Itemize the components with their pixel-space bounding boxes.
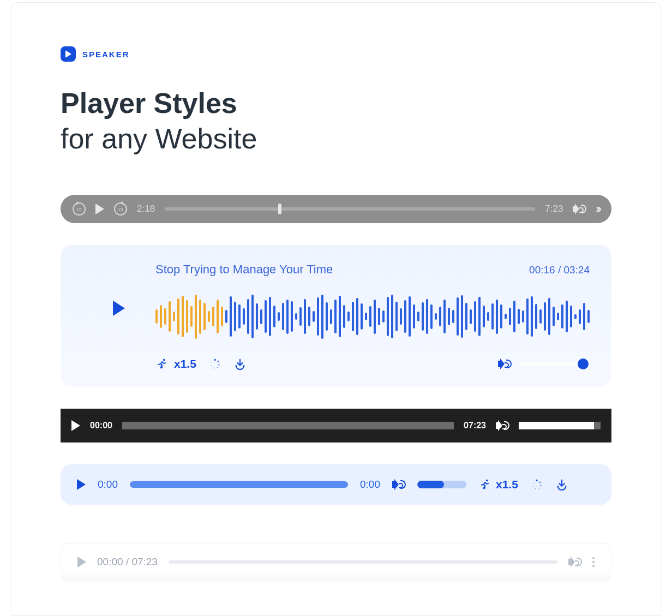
playback-speed[interactable]: x1.5: [478, 478, 518, 491]
volume-slider[interactable]: [519, 422, 601, 429]
waveform-bar: [230, 296, 232, 337]
skip-forward-icon[interactable]: ››: [596, 202, 599, 216]
running-icon: [155, 357, 169, 370]
svg-point-15: [532, 482, 533, 483]
svg-point-12: [538, 488, 539, 489]
waveform-bar: [361, 303, 363, 330]
waveform-bar: [282, 303, 284, 330]
more-menu-icon[interactable]: [592, 557, 595, 567]
svg-point-3: [218, 364, 219, 366]
waveform-bar: [439, 307, 441, 326]
volume-slider[interactable]: [417, 481, 466, 488]
progress-track[interactable]: [165, 207, 535, 211]
waveform-bar: [566, 301, 568, 332]
heading-line-1: Player Styles: [61, 87, 237, 119]
waveform-bar: [417, 312, 419, 321]
waveform-bar: [369, 306, 371, 327]
volume-slider[interactable]: [519, 362, 590, 366]
waveform-bar: [505, 314, 507, 320]
play-button[interactable]: [113, 301, 125, 316]
waveform-bar: [535, 304, 537, 330]
waveform-bar: [382, 310, 385, 322]
waveform-bar: [304, 299, 306, 334]
volume-icon[interactable]: [498, 358, 511, 369]
waveform-bar: [352, 302, 354, 331]
svg-point-11: [540, 485, 541, 486]
volume-icon[interactable]: [392, 479, 405, 490]
waveform-bar: [457, 297, 459, 336]
waveform-bar: [513, 301, 515, 332]
waveform-bar: [160, 305, 162, 327]
waveform-bar: [583, 303, 585, 330]
download-icon[interactable]: [233, 357, 247, 370]
waveform-bar: [321, 295, 323, 339]
waveform-bar: [269, 297, 271, 336]
waveform-bar: [256, 303, 258, 330]
waveform-bar: [443, 300, 446, 333]
play-button[interactable]: [95, 204, 104, 214]
progress-knob[interactable]: [278, 204, 281, 214]
waveform-bar: [155, 309, 158, 323]
playback-speed[interactable]: x1.5: [155, 357, 196, 370]
waveform-bar: [544, 302, 546, 331]
progress-track[interactable]: [130, 481, 348, 488]
waveform-bar: [404, 300, 406, 332]
waveform-bar: [286, 300, 289, 334]
progress-track[interactable]: [169, 560, 557, 564]
waveform-bar: [221, 307, 223, 326]
waveform-bar: [509, 308, 511, 325]
svg-point-2: [217, 361, 219, 363]
waveform-bar: [557, 313, 559, 320]
waveform-bar: [452, 310, 454, 322]
volume-icon[interactable]: [568, 557, 581, 567]
waveform-bar: [164, 308, 166, 325]
volume-icon[interactable]: [573, 204, 586, 214]
rewind-15-icon[interactable]: 15: [73, 202, 86, 216]
waveform-bar: [247, 299, 249, 334]
waveform-bar: [339, 296, 341, 337]
player-light-blue-pill: 0:00 0:00 x1.5: [61, 464, 611, 505]
waveform-bar: [400, 308, 402, 325]
play-button[interactable]: [71, 420, 80, 431]
waveform-bar: [391, 295, 393, 338]
forward-15-icon[interactable]: 15: [114, 202, 127, 216]
waveform-bar: [561, 304, 563, 328]
waveform-bar: [347, 312, 350, 321]
waveform-bar: [308, 307, 310, 326]
waveform-bar: [435, 313, 437, 320]
play-button[interactable]: [77, 557, 86, 567]
current-time: 0:00: [98, 479, 118, 491]
loading-icon[interactable]: [530, 478, 543, 491]
running-icon: [478, 478, 491, 491]
waveform-bar: [478, 297, 481, 336]
waveform-bar: [243, 308, 245, 325]
progress-track[interactable]: [122, 422, 454, 429]
volume-knob[interactable]: [578, 358, 589, 369]
waveform-bar: [587, 310, 590, 322]
waveform[interactable]: [155, 292, 590, 341]
waveform-bar: [491, 303, 494, 330]
download-icon[interactable]: [555, 478, 568, 491]
waveform-bar: [330, 309, 332, 324]
loading-icon[interactable]: [208, 357, 221, 370]
speed-label: x1.5: [174, 357, 196, 370]
duration: 7:23: [545, 204, 563, 214]
waveform-bar: [395, 302, 398, 331]
svg-point-13: [535, 488, 536, 489]
volume-icon[interactable]: [496, 420, 509, 431]
waveform-bar: [234, 302, 236, 331]
waveform-bar: [461, 295, 463, 337]
svg-point-7: [211, 362, 212, 363]
waveform-bar: [295, 313, 297, 320]
waveform-bar: [251, 295, 254, 338]
play-button[interactable]: [77, 479, 86, 490]
waveform-bar: [539, 309, 542, 323]
waveform-bar: [203, 303, 206, 330]
svg-point-4: [217, 367, 218, 368]
brand-name: SPEAKER: [82, 50, 130, 59]
current-time: 2:18: [137, 204, 155, 214]
svg-point-10: [539, 482, 541, 483]
waveform-bar: [238, 304, 241, 328]
waveform-bar: [500, 304, 502, 328]
player-minimal-outline: 00:00 / 07:23: [61, 543, 611, 581]
